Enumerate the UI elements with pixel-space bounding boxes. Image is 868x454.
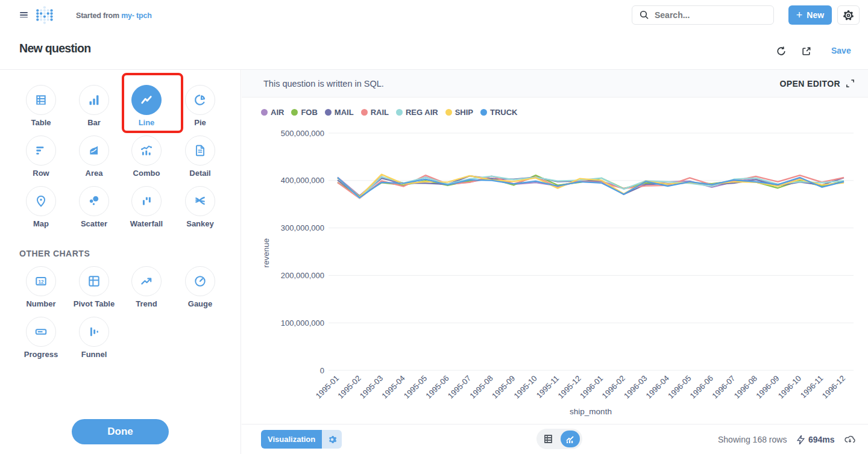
- svg-text:1996-02: 1996-02: [600, 374, 627, 400]
- svg-text:1995-10: 1995-10: [512, 374, 538, 400]
- svg-text:1995-07: 1995-07: [446, 374, 473, 400]
- svg-text:1996-07: 1996-07: [710, 374, 737, 400]
- svg-text:1996-05: 1996-05: [666, 374, 693, 400]
- svg-text:1995-11: 1995-11: [535, 374, 561, 400]
- svg-text:400,000,000: 400,000,000: [281, 176, 324, 185]
- svg-text:1995-06: 1995-06: [424, 374, 450, 400]
- svg-text:300,000,000: 300,000,000: [281, 223, 324, 232]
- svg-text:12: 12: [38, 279, 44, 285]
- svg-text:100,000,000: 100,000,000: [281, 319, 324, 328]
- svg-text:0: 0: [320, 366, 324, 375]
- svg-text:500,000,000: 500,000,000: [281, 129, 324, 138]
- svg-text:1995-04: 1995-04: [380, 374, 406, 400]
- svg-text:1995-08: 1995-08: [468, 374, 494, 400]
- svg-text:200,000,000: 200,000,000: [281, 271, 324, 280]
- svg-text:1996-03: 1996-03: [622, 374, 649, 400]
- svg-text:1996-09: 1996-09: [754, 374, 781, 400]
- svg-text:1996-11: 1996-11: [799, 374, 825, 400]
- svg-text:1996-01: 1996-01: [578, 374, 605, 400]
- svg-text:1995-01: 1995-01: [314, 374, 341, 400]
- svg-text:1995-02: 1995-02: [336, 374, 362, 400]
- svg-text:1995-12: 1995-12: [556, 374, 582, 400]
- svg-text:ship_month: ship_month: [570, 407, 612, 416]
- svg-text:1996-12: 1996-12: [820, 374, 847, 400]
- svg-text:1996-08: 1996-08: [732, 374, 759, 400]
- svg-text:1996-06: 1996-06: [688, 374, 715, 400]
- svg-text:revenue: revenue: [262, 238, 271, 268]
- svg-text:1995-03: 1995-03: [358, 374, 385, 400]
- svg-text:1996-04: 1996-04: [644, 374, 671, 400]
- svg-text:1996-10: 1996-10: [776, 374, 803, 400]
- svg-text:1995-09: 1995-09: [490, 374, 517, 400]
- svg-text:1995-05: 1995-05: [402, 374, 429, 400]
